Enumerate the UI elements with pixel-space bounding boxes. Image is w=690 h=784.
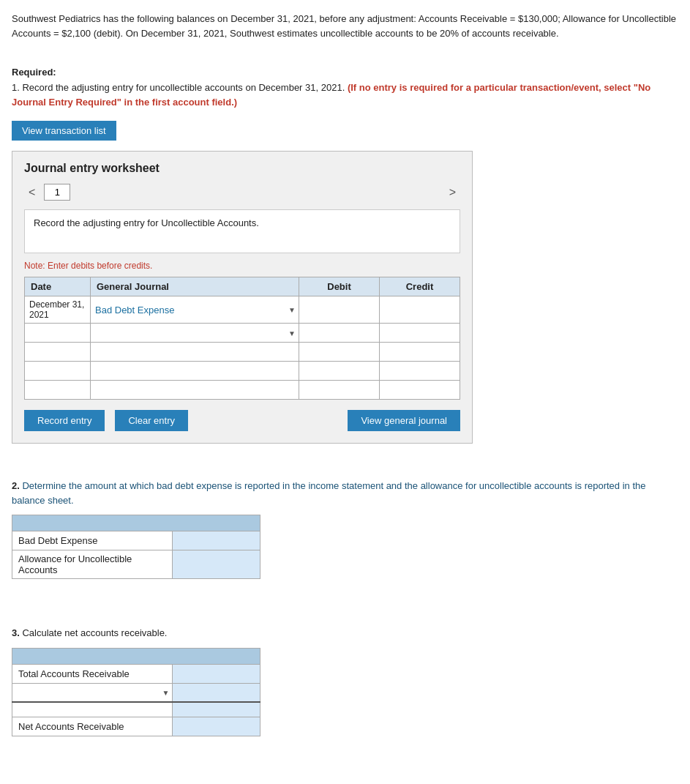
page-number-input[interactable]	[44, 184, 70, 201]
col-header-credit: Credit	[380, 277, 460, 296]
debit-input[interactable]	[304, 327, 375, 338]
credit-input[interactable]	[384, 327, 455, 338]
debit-input[interactable]	[304, 365, 375, 376]
section2-table: Bad Debt Expense Allowance for Uncollect…	[12, 515, 260, 579]
debit-input[interactable]	[304, 346, 375, 357]
account-input[interactable]	[95, 365, 284, 376]
debit-cell[interactable]	[299, 381, 380, 400]
col-header-general-journal: General Journal	[91, 277, 299, 296]
journal-entry-worksheet: Journal entry worksheet < > Record the a…	[12, 151, 473, 444]
record-entry-button[interactable]: Record entry	[24, 410, 105, 431]
net-accounts-receivable-label: Net Accounts Receivable	[12, 717, 173, 736]
section3-table-header	[12, 648, 260, 664]
section2-number: 2.	[12, 480, 20, 491]
credit-cell[interactable]	[380, 343, 460, 362]
section3-row-dropdown: ▼	[12, 683, 260, 702]
table-row	[25, 343, 460, 362]
section3-row-total-ar: Total Accounts Receivable	[12, 664, 260, 683]
col-header-date: Date	[25, 277, 91, 296]
account-input[interactable]	[95, 384, 284, 395]
worksheet-nav: < >	[24, 184, 460, 201]
worksheet-title: Journal entry worksheet	[24, 162, 460, 175]
account-input[interactable]	[95, 327, 284, 338]
table-row	[25, 381, 460, 400]
account-cell[interactable]	[91, 381, 299, 400]
accounts-receivable-dropdown-value[interactable]	[173, 683, 260, 702]
credit-cell[interactable]	[380, 362, 460, 381]
account-input[interactable]	[95, 346, 284, 357]
section2-row-allowance: Allowance for Uncollectible Accounts	[12, 550, 260, 579]
dropdown-icon: ▼	[162, 688, 170, 696]
account-cell[interactable]: ▼	[91, 296, 299, 324]
section2-row-bad-debt: Bad Debt Expense	[12, 531, 260, 550]
instruction-part1: 1. Record the adjusting entry for uncoll…	[12, 82, 345, 93]
account-cell[interactable]	[91, 343, 299, 362]
allowance-input[interactable]	[179, 559, 254, 570]
table-row: December 31,2021 ▼	[25, 296, 460, 324]
section3-row-net-ar: Net Accounts Receivable	[12, 717, 260, 736]
section3-text: Calculate net accounts receivable.	[22, 627, 167, 638]
debit-cell[interactable]	[299, 343, 380, 362]
total-accounts-receivable-input[interactable]	[179, 668, 254, 679]
credit-cell[interactable]	[380, 296, 460, 324]
nav-prev-button[interactable]: <	[24, 184, 40, 201]
credit-input[interactable]	[384, 346, 455, 357]
debit-cell[interactable]	[299, 362, 380, 381]
credit-cell[interactable]	[380, 324, 460, 343]
total-accounts-receivable-value[interactable]	[173, 664, 260, 683]
debit-input[interactable]	[304, 384, 375, 395]
bad-debt-expense-label: Bad Debt Expense	[12, 531, 173, 550]
account-cell[interactable]	[91, 362, 299, 381]
allowance-label: Allowance for Uncollectible Accounts	[12, 550, 173, 579]
journal-table: Date General Journal Debit Credit Decemb…	[24, 277, 460, 400]
intro-paragraph: Southwest Pediatrics has the following b…	[12, 12, 678, 40]
date-cell	[25, 343, 91, 362]
net-accounts-receivable-input[interactable]	[179, 721, 254, 732]
credit-input[interactable]	[384, 365, 455, 376]
account-input[interactable]	[95, 305, 284, 316]
dropdown-arrow-icon: ▼	[288, 306, 296, 314]
col-header-debit: Debit	[299, 277, 380, 296]
net-accounts-receivable-value[interactable]	[173, 717, 260, 736]
accounts-receivable-dropdown-input[interactable]	[18, 687, 166, 698]
date-cell	[25, 362, 91, 381]
section3-number: 3.	[12, 627, 20, 638]
total-accounts-receivable-label: Total Accounts Receivable	[12, 664, 173, 683]
allowance-value[interactable]	[173, 550, 260, 579]
account-cell[interactable]: ▼	[91, 324, 299, 343]
debit-cell[interactable]	[299, 324, 380, 343]
required-label: Required:	[12, 67, 678, 78]
accounts-receivable-value-input[interactable]	[179, 687, 254, 698]
spacer-label	[12, 702, 173, 717]
date-cell	[25, 381, 91, 400]
section3-row-spacer	[12, 702, 260, 717]
section2-heading: 2. Determine the amount at which bad deb…	[12, 479, 678, 507]
debit-cell[interactable]	[299, 296, 380, 324]
date-cell: December 31,2021	[25, 296, 91, 324]
worksheet-buttons: Record entry Clear entry View general jo…	[24, 410, 460, 431]
note-text: Note: Enter debits before credits.	[24, 261, 460, 271]
instruction-text: 1. Record the adjusting entry for uncoll…	[12, 81, 678, 109]
worksheet-description: Record the adjusting entry for Uncollect…	[24, 209, 460, 253]
bad-debt-expense-input[interactable]	[179, 535, 254, 546]
accounts-receivable-dropdown-cell[interactable]: ▼	[12, 683, 173, 702]
date-cell	[25, 324, 91, 343]
section3-heading: 3. Calculate net accounts receivable.	[12, 626, 678, 641]
nav-next-button[interactable]: >	[445, 184, 460, 201]
section2-table-header	[12, 515, 260, 531]
section3-table: Total Accounts Receivable ▼ Net Accounts…	[12, 648, 260, 736]
dropdown-arrow-icon: ▼	[288, 329, 296, 337]
credit-input[interactable]	[384, 384, 455, 395]
bad-debt-expense-value[interactable]	[173, 531, 260, 550]
clear-entry-button[interactable]: Clear entry	[115, 410, 188, 431]
debit-input[interactable]	[304, 305, 375, 316]
credit-cell[interactable]	[380, 381, 460, 400]
table-row	[25, 362, 460, 381]
spacer-value	[173, 702, 260, 717]
section2-text: Determine the amount at which bad debt e…	[12, 480, 645, 506]
credit-input[interactable]	[384, 305, 455, 316]
view-transaction-button[interactable]: View transaction list	[12, 121, 116, 141]
table-row: ▼	[25, 324, 460, 343]
view-general-journal-button[interactable]: View general journal	[348, 410, 460, 431]
